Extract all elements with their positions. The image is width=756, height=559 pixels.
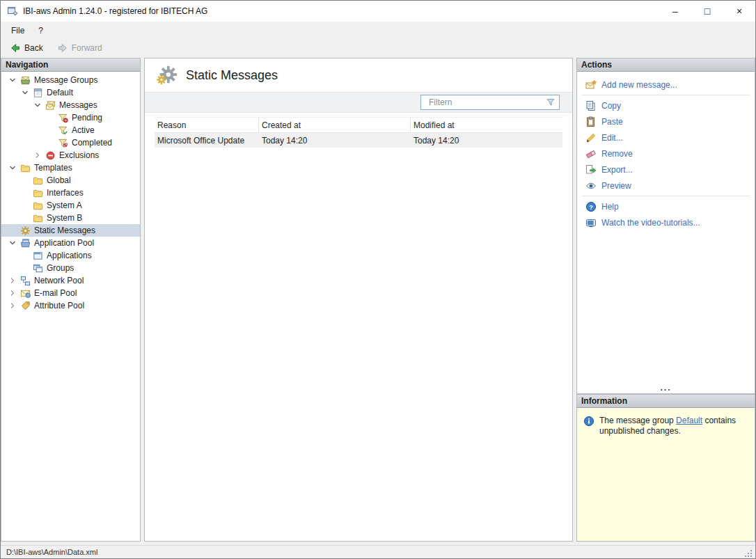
tree-item-messages[interactable]: Messages [1, 99, 140, 111]
blank-expander [19, 212, 31, 223]
tree-item-applications[interactable]: Applications [1, 249, 140, 262]
main-panel: Static Messages Reason Created at Modifi… [144, 58, 573, 542]
navigation-header: Navigation [1, 58, 140, 72]
filter-funnel-icon[interactable] [546, 97, 556, 107]
chevron-down-icon[interactable] [7, 74, 18, 86]
forward-button[interactable]: Forward [52, 40, 107, 56]
back-label: Back [24, 43, 43, 53]
chevron-down-icon[interactable] [19, 87, 31, 98]
blank-expander [45, 125, 56, 136]
applications-icon [32, 250, 43, 261]
default-group-link[interactable]: Default [676, 416, 702, 425]
info-icon [583, 416, 594, 427]
actions-list: Add new message... Copy Paste Edit... [577, 72, 755, 393]
actions-separator [582, 95, 750, 95]
chevron-down-icon[interactable] [32, 100, 43, 111]
action-export[interactable]: Export... [577, 162, 755, 178]
menu-item-help[interactable]: ? [31, 24, 50, 38]
action-watch-video-tutorials[interactable]: Watch the video-tutorials... [577, 214, 755, 230]
app-icon [7, 6, 18, 17]
tree-item-exclusions[interactable]: Exclusions [1, 149, 140, 162]
right-column: Actions Add new message... Copy Paste [576, 58, 755, 542]
action-add-new-message[interactable]: Add new message... [577, 77, 755, 93]
filter-input[interactable] [429, 97, 546, 107]
gears-icon [156, 65, 177, 86]
tree-item-static-messages[interactable]: Static Messages [1, 224, 140, 237]
actions-separator [582, 196, 750, 196]
tree-item-pending[interactable]: Pending [1, 111, 140, 124]
table-header: Reason Created at Modified at [155, 117, 562, 133]
action-copy[interactable]: Copy [577, 97, 755, 113]
tree-item-email-pool[interactable]: E-mail Pool [1, 287, 140, 299]
actions-panel: Actions Add new message... Copy Paste [576, 58, 755, 394]
gear-icon [19, 225, 31, 236]
tree-item-interfaces[interactable]: Interfaces [1, 187, 140, 199]
forward-label: Forward [72, 43, 102, 53]
blank-expander [19, 262, 31, 274]
status-file-path: D:\IBI-aws\Admin\Data.xml [6, 548, 97, 556]
video-tutorials-icon [585, 217, 597, 228]
resize-grip-icon[interactable] [744, 549, 753, 558]
remove-eraser-icon [585, 148, 597, 159]
tree-item-groups[interactable]: Groups [1, 262, 140, 274]
tree-item-application-pool[interactable]: Application Pool [1, 237, 140, 249]
minimize-button[interactable]: – [659, 1, 691, 22]
chevron-right-icon[interactable] [7, 300, 18, 311]
tree-item-attribute-pool[interactable]: Attribute Pool [1, 299, 140, 312]
menu-item-file[interactable]: File [4, 24, 31, 38]
column-header-created-at[interactable]: Created at [259, 118, 411, 132]
tree-item-active[interactable]: Active [1, 124, 140, 136]
column-header-modified-at[interactable]: Modified at [411, 118, 562, 132]
tree-item-templates[interactable]: Templates [1, 162, 140, 174]
tree-item-system-b[interactable]: System B [1, 212, 140, 224]
folder-icon [32, 212, 43, 223]
paste-icon [585, 116, 597, 127]
back-button[interactable]: Back [5, 40, 48, 56]
new-message-icon [585, 79, 597, 90]
action-preview[interactable]: Preview [577, 178, 755, 194]
tree-item-completed[interactable]: Completed [1, 136, 140, 149]
actions-header: Actions [577, 58, 755, 72]
maximize-button[interactable]: □ [691, 1, 723, 22]
table-row[interactable]: Microsoft Office Update Today 14:20 Toda… [155, 133, 562, 148]
chevron-right-icon[interactable] [7, 288, 18, 299]
action-help[interactable]: ? Help [577, 198, 755, 214]
action-paste[interactable]: Paste [577, 113, 755, 129]
tree-item-message-groups[interactable]: Message Groups [1, 74, 140, 86]
info-message-prefix: The message group [599, 416, 676, 425]
tree-item-global[interactable]: Global [1, 174, 140, 187]
menu-bar: File ? [1, 22, 755, 38]
tree-item-network-pool[interactable]: Network Pool [1, 274, 140, 287]
chevron-down-icon[interactable] [7, 162, 18, 173]
window-title: IBI-aws Admin 1.24.0 - registered for IB… [23, 6, 207, 16]
chevron-down-icon[interactable] [7, 237, 18, 249]
back-arrow-icon [10, 42, 21, 54]
message-group-icon [32, 87, 43, 98]
info-message: The message group Default contains unpub… [599, 416, 742, 436]
chevron-right-icon[interactable] [7, 275, 18, 286]
blank-expander [19, 200, 31, 211]
close-button[interactable]: × [723, 1, 755, 22]
blank-expander [19, 250, 31, 261]
folder-icon [32, 175, 43, 186]
action-edit[interactable]: Edit... [577, 129, 755, 145]
toolbar: Back Forward [1, 38, 755, 58]
completed-filter-icon [57, 137, 68, 148]
tree-item-system-a[interactable]: System A [1, 199, 140, 212]
chevron-right-icon[interactable] [32, 150, 43, 161]
panel-splitter-grip[interactable]: ... [577, 385, 755, 392]
cell-reason: Microsoft Office Update [155, 133, 259, 148]
network-pool-icon [19, 275, 31, 286]
application-pool-icon [19, 237, 31, 249]
messages-table: Reason Created at Modified at Microsoft … [155, 117, 562, 148]
page-title: Static Messages [186, 68, 278, 83]
preview-eye-icon [585, 180, 597, 191]
folder-icon [32, 200, 43, 211]
tree-item-default[interactable]: Default [1, 86, 140, 99]
blank-expander [19, 187, 31, 198]
cell-created-at: Today 14:20 [259, 133, 411, 148]
action-remove[interactable]: Remove [577, 145, 755, 162]
pending-filter-icon [57, 112, 68, 123]
status-bar: D:\IBI-aws\Admin\Data.xml [1, 545, 755, 558]
column-header-reason[interactable]: Reason [155, 118, 259, 132]
